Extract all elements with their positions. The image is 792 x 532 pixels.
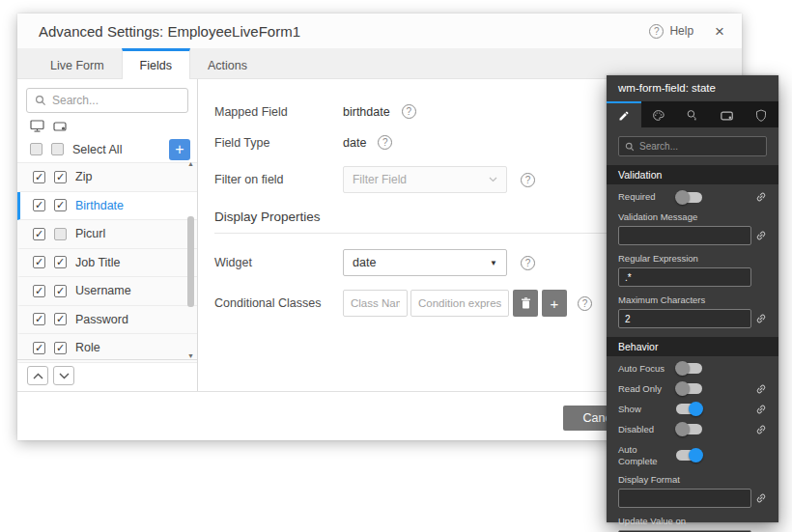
mobile-checkbox[interactable] <box>54 342 67 354</box>
select-all-label: Select All <box>72 143 122 156</box>
filter-on-field-label: Filter on field <box>214 173 343 186</box>
display-format-row <box>618 489 767 508</box>
help-icon[interactable]: ? <box>402 104 416 119</box>
tab-live-form[interactable]: Live Form <box>33 48 122 78</box>
tab-styles[interactable] <box>641 101 676 127</box>
widget-label: Widget <box>214 256 343 269</box>
sidebar-search-input[interactable] <box>52 94 180 107</box>
read-only-toggle[interactable] <box>676 383 702 394</box>
list-item-birthdate[interactable]: Birthdate <box>17 192 197 221</box>
bind-link-icon[interactable] <box>753 421 770 437</box>
show-toggle[interactable] <box>676 404 702 414</box>
auto-focus-toggle[interactable] <box>676 363 702 374</box>
bind-link-icon[interactable] <box>753 189 770 206</box>
delete-class-button[interactable] <box>513 290 538 317</box>
mobile-checkbox[interactable] <box>54 285 67 297</box>
update-value-on-label: Update Value on <box>618 516 767 526</box>
dialog-header: Advanced Settings: EmployeeLiveForm1 ? H… <box>17 14 742 48</box>
bind-link-icon[interactable] <box>753 228 770 244</box>
maximum-characters-input[interactable] <box>618 309 751 328</box>
scrollbar-thumb[interactable] <box>187 216 194 307</box>
web-checkbox[interactable] <box>33 285 45 297</box>
disabled-label: Disabled <box>618 424 670 435</box>
field-label: Password <box>75 313 128 326</box>
class-name-input[interactable] <box>343 290 408 317</box>
select-all-mobile-checkbox[interactable] <box>51 143 64 155</box>
bind-link-icon[interactable] <box>753 311 770 327</box>
web-checkbox[interactable] <box>33 199 45 211</box>
display-format-label: Display Format <box>618 474 767 485</box>
mobile-checkbox[interactable] <box>54 313 67 325</box>
tab-device[interactable] <box>710 101 745 127</box>
tab-inspect[interactable] <box>675 101 710 127</box>
help-icon: ? <box>649 24 664 39</box>
palette-icon <box>652 109 665 122</box>
auto-complete-row: Auto Complete <box>618 444 767 467</box>
device-column-header <box>17 116 197 136</box>
field-label: Birthdate <box>75 199 124 212</box>
mobile-checkbox[interactable] <box>54 256 67 268</box>
list-item-picurl[interactable]: Picurl <box>17 220 197 249</box>
field-type-label: Field Type <box>214 136 343 150</box>
help-label: Help <box>669 24 693 38</box>
help-icon[interactable]: ? <box>578 296 592 311</box>
select-all-web-checkbox[interactable] <box>30 143 42 155</box>
field-type-value: date <box>343 136 366 150</box>
display-format-input[interactable] <box>618 489 751 508</box>
scrollbar-up-icon[interactable]: ▲ <box>185 160 196 167</box>
move-down-button[interactable] <box>53 366 74 385</box>
list-item-zip[interactable]: Zip <box>17 163 197 192</box>
web-checkbox[interactable] <box>33 313 45 325</box>
list-item-username[interactable]: Username <box>17 277 197 306</box>
move-up-button[interactable] <box>27 366 48 385</box>
list-item-password[interactable]: Password <box>17 306 197 335</box>
field-list: Zip Birthdate Picurl Job Title <box>17 163 197 363</box>
regular-expression-row <box>618 267 767 287</box>
add-field-button[interactable]: + <box>169 139 190 160</box>
panel-search-input[interactable] <box>639 141 760 152</box>
widget-value: date <box>353 256 490 269</box>
close-icon[interactable]: × <box>715 23 724 40</box>
tab-fields[interactable]: Fields <box>122 48 190 79</box>
web-checkbox[interactable] <box>33 342 45 354</box>
filter-field-placeholder: Filter Field <box>353 173 489 186</box>
field-label: Role <box>75 341 100 354</box>
help-icon[interactable]: ? <box>521 173 535 187</box>
help-icon[interactable]: ? <box>521 256 535 270</box>
bind-link-icon[interactable] <box>753 380 770 397</box>
panel-search[interactable] <box>618 136 767 156</box>
tab-security[interactable] <box>744 101 778 127</box>
mobile-checkbox[interactable] <box>54 199 67 211</box>
bind-link-icon[interactable] <box>753 401 770 417</box>
help-button[interactable]: ? Help <box>649 24 693 39</box>
wm-form-field-panel: wm-form-field: state Validation Required <box>607 75 778 522</box>
regular-expression-input[interactable] <box>618 267 751 287</box>
disabled-toggle[interactable] <box>676 424 702 434</box>
auto-focus-label: Auto Focus <box>618 363 670 375</box>
widget-select[interactable]: date ▼ <box>343 249 507 276</box>
read-only-label: Read Only <box>618 383 670 395</box>
add-class-button[interactable]: + <box>542 290 567 317</box>
auto-complete-toggle[interactable] <box>676 450 702 461</box>
web-checkbox[interactable] <box>33 228 45 240</box>
web-checkbox[interactable] <box>33 171 45 183</box>
mobile-checkbox[interactable] <box>54 228 67 240</box>
mobile-checkbox[interactable] <box>54 171 67 183</box>
tab-properties[interactable] <box>607 101 641 127</box>
filter-field-select[interactable]: Filter Field <box>343 166 507 193</box>
tab-actions[interactable]: Actions <box>190 48 265 78</box>
scrollbar-down-icon[interactable]: ▼ <box>185 352 196 359</box>
bind-link-icon[interactable] <box>753 490 770 506</box>
list-item-job-title[interactable]: Job Title <box>17 249 197 278</box>
condition-expression-input[interactable] <box>410 290 509 317</box>
mapped-field-value: birthdate <box>343 105 390 119</box>
validation-message-input[interactable] <box>618 226 751 245</box>
list-scrollbar[interactable]: ▲ ▼ <box>185 160 196 359</box>
required-toggle[interactable] <box>676 192 702 203</box>
web-checkbox[interactable] <box>33 256 45 268</box>
trash-icon <box>521 297 531 309</box>
desktop-icon <box>30 120 44 132</box>
search-icon <box>35 95 46 106</box>
sidebar-search[interactable] <box>26 88 188 113</box>
help-icon[interactable]: ? <box>378 135 392 150</box>
